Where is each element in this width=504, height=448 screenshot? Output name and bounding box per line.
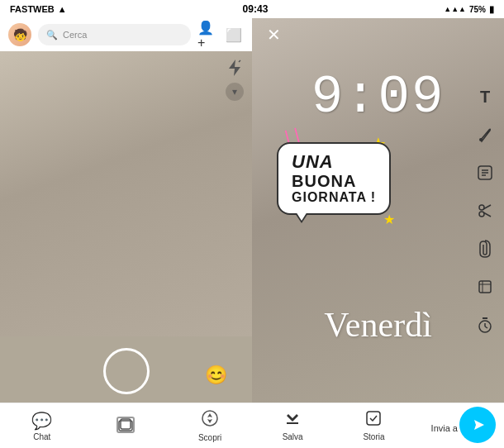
bubble-line-3: GIORNATA ! [292, 190, 376, 205]
svg-rect-16 [479, 281, 491, 293]
svg-point-4 [202, 411, 217, 426]
flash-icon[interactable] [227, 60, 242, 80]
snap-day: Venerdì [324, 305, 432, 345]
editor-top-bar: ✕ [252, 18, 504, 51]
camera-top-bar: 🧒 🔍 Cerca 👤+ ⬜ [0, 18, 252, 51]
tool-timer-button[interactable] [473, 312, 497, 337]
shutter-button[interactable] [103, 348, 150, 394]
tool-sticker-button[interactable] [473, 160, 497, 185]
bubble-line-2: BUONA [292, 172, 376, 190]
nav-label-chat: Chat [33, 432, 50, 441]
snap-time: 9:09 [311, 68, 445, 127]
main-area: 🧒 🔍 Cerca 👤+ ⬜ ▾ 😊 [0, 18, 504, 448]
send-button[interactable] [459, 407, 496, 443]
avatar[interactable]: 🧒 [8, 23, 31, 46]
bubble-line-1: UNA [292, 152, 376, 172]
snap-icon-button[interactable]: ⬜ [224, 25, 244, 45]
chat-icon: 💬 [31, 411, 52, 431]
svg-rect-23 [287, 422, 298, 424]
camera-bottom: 😊 [0, 336, 252, 403]
tool-scissors-button[interactable] [473, 198, 497, 223]
story-label: Storia [363, 432, 384, 441]
signal-icon: ▲▲▲ [444, 5, 466, 13]
battery-percent: 75% [469, 5, 486, 14]
discover-icon [201, 409, 219, 431]
svg-line-1 [239, 60, 240, 62]
nav-label-discover: Scopri [198, 433, 221, 442]
svg-marker-5 [207, 413, 212, 417]
add-friend-button[interactable]: 👤+ [197, 25, 217, 45]
search-bar[interactable]: 🔍 Cerca [38, 24, 191, 45]
nav-item-discover[interactable]: Scopri [185, 409, 235, 442]
chevron-down-icon[interactable]: ▾ [226, 83, 244, 101]
tool-draw-button[interactable] [473, 122, 497, 147]
speech-bubble: UNA BUONA GIORNATA ! [277, 142, 391, 215]
svg-marker-6 [207, 419, 212, 423]
star-icon-2: ★ [383, 212, 395, 227]
tool-text-button[interactable]: T [473, 84, 497, 109]
svg-point-7 [479, 138, 483, 141]
battery-icon: ▮ [489, 4, 494, 15]
wifi-icon: ▲ [58, 4, 67, 14]
camera-panel: 🧒 🔍 Cerca 👤+ ⬜ ▾ 😊 [0, 18, 252, 448]
close-button[interactable]: ✕ [262, 23, 285, 46]
svg-marker-25 [474, 420, 484, 430]
story-icon [365, 410, 382, 431]
right-toolbar: T [473, 84, 497, 337]
svg-line-21 [485, 326, 487, 328]
snap-content: 9:09 | | ★ ★ UNA BUONA GIORNATA ! Venerd… [252, 51, 504, 403]
nav-item-memories[interactable] [101, 417, 150, 435]
snap-editor-panel: ✕ 9:09 | | ★ ★ UNA BUONA GIORNATA ! Vene… [252, 18, 504, 448]
status-left: FASTWEB ▲ [10, 4, 67, 14]
save-label: Salva [283, 432, 303, 441]
carrier-label: FASTWEB [10, 4, 55, 14]
svg-rect-24 [367, 412, 380, 425]
emoji-button[interactable]: 😊 [205, 365, 227, 386]
tool-transform-button[interactable] [473, 274, 497, 299]
speech-bubble-container[interactable]: | | ★ ★ UNA BUONA GIORNATA ! [277, 142, 391, 215]
camera-controls: 😊 [0, 336, 252, 403]
status-bar: FASTWEB ▲ 09:43 ▲▲▲ 75% ▮ [0, 0, 504, 18]
memories-icon [116, 417, 135, 433]
bottom-nav-left: 💬 Chat Scopri [0, 403, 252, 448]
svg-marker-0 [229, 60, 240, 76]
status-right: ▲▲▲ 75% ▮ [444, 4, 494, 15]
editor-story-button[interactable]: Storia [353, 410, 394, 441]
editor-save-button[interactable]: Salva [272, 410, 313, 441]
save-icon [284, 410, 301, 431]
camera-viewfinder: ▾ [0, 51, 252, 336]
send-label: Invia a [431, 423, 458, 433]
nav-item-chat[interactable]: 💬 Chat [17, 411, 67, 441]
search-placeholder: Cerca [63, 30, 87, 40]
status-time: 09:43 [243, 3, 269, 15]
editor-bottom-bar: Salva Storia Invia a [252, 403, 504, 448]
tool-paperclip-button[interactable] [473, 236, 497, 261]
search-icon: 🔍 [46, 30, 58, 41]
